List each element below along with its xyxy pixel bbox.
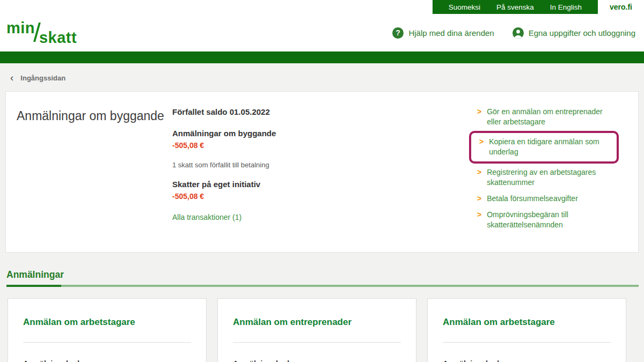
logo-text-min: min xyxy=(6,19,35,37)
chevron-right-icon: > xyxy=(477,167,481,188)
tab-underline xyxy=(6,285,639,287)
header-divider-bar xyxy=(0,51,644,63)
language-link-finnish[interactable]: Suomeksi xyxy=(449,3,480,11)
breadcrumb-back-link[interactable]: ‹ Ingångssidan xyxy=(10,73,639,83)
tab-active-indicator xyxy=(6,285,61,287)
overdue-note: 1 skatt som förfallit till betalning xyxy=(172,161,461,169)
all-transactions-link[interactable]: Alla transaktioner (1) xyxy=(172,213,241,221)
page-title: Anmälningar om byggande xyxy=(17,106,172,236)
action-link-label: Kopiera en tidigare anmälan som underlag xyxy=(489,137,613,157)
action-link-new-report[interactable]: > Gör en anmälan om entreprenader eller … xyxy=(477,107,614,127)
action-links: > Gör en anmälan om entreprenader eller … xyxy=(477,106,614,236)
report-card-title: Anmälan om arbetstagare xyxy=(443,317,611,328)
vero-fi-link[interactable]: vero.fi xyxy=(610,3,632,11)
site-header: min / skatt ? Hjälp med dina ärenden Egn… xyxy=(0,14,644,51)
chevron-right-icon: > xyxy=(477,107,481,127)
action-link-tax-number-registration[interactable]: > Registrering av en arbetstagares skatt… xyxy=(477,167,614,188)
card-divider xyxy=(443,342,611,343)
balance-item: Skatter på eget initiativ -505,08 € xyxy=(172,180,461,201)
help-link-label: Hjälp med dina ärenden xyxy=(408,28,494,38)
profile-logout-link[interactable]: Egna uppgifter och utloggning xyxy=(513,27,635,39)
balance-item-label: Anmälningar om byggande xyxy=(172,129,461,138)
chevron-right-icon: > xyxy=(477,210,481,230)
card-divider xyxy=(233,342,401,343)
summary-card: Anmälningar om byggande Förfallet saldo … xyxy=(5,91,639,253)
action-link-label: Registrering av en arbetstagares skatten… xyxy=(487,167,614,188)
balance-item-label: Skatter på eget initiativ xyxy=(172,180,461,189)
action-link-label: Betala försummelseavgifter xyxy=(487,194,578,204)
balance-item-amount: -505,08 € xyxy=(172,192,461,201)
chevron-right-icon: > xyxy=(477,194,481,204)
balance-heading: Förfallet saldo 01.05.2022 xyxy=(172,107,461,116)
balance-item: Anmälningar om byggande -505,08 € xyxy=(172,129,461,150)
language-link-english[interactable]: In English xyxy=(550,3,582,11)
report-code-label: Anmälningskod xyxy=(23,359,191,362)
tab-anmalningar[interactable]: Anmälningar xyxy=(6,269,64,280)
report-code-label: Anmälningskod xyxy=(233,359,401,362)
user-icon xyxy=(513,27,524,39)
card-divider xyxy=(23,342,191,343)
brand-box: vero.fi xyxy=(598,0,644,14)
language-link-swedish[interactable]: På svenska xyxy=(496,3,534,11)
action-link-claim-adjustment[interactable]: > Omprövningsbegäran till skatterättelse… xyxy=(477,210,614,230)
report-card-employees-2: Anmälan om arbetstagare Anmälningskod xyxy=(427,298,626,362)
help-link[interactable]: ? Hjälp med dina ärenden xyxy=(392,27,494,39)
chevron-left-icon: ‹ xyxy=(10,72,13,83)
language-strip: Suomeksi På svenska In English xyxy=(433,0,598,14)
language-bar: Suomeksi På svenska In English vero.fi xyxy=(0,0,644,14)
section-tabs: Anmälningar xyxy=(6,269,639,287)
action-link-copy-previous-report[interactable]: > Kopiera en tidigare anmälan som underl… xyxy=(469,131,619,164)
action-link-pay-negligence-fees[interactable]: > Betala försummelseavgifter xyxy=(477,194,614,204)
balance-column: Förfallet saldo 01.05.2022 Anmälningar o… xyxy=(172,106,477,236)
report-cards: Anmälan om arbetstagare Anmälningskod An… xyxy=(8,298,639,362)
chevron-right-icon: > xyxy=(479,137,484,157)
action-link-label: Omprövningsbegäran till skatterättelsenä… xyxy=(487,210,614,230)
report-code-label: Anmälningskod xyxy=(443,359,611,362)
report-card-title: Anmälan om entreprenader xyxy=(233,317,401,328)
balance-item-amount: -505,08 € xyxy=(172,141,461,150)
main-content: ‹ Ingångssidan Anmälningar om byggande F… xyxy=(0,63,644,362)
question-mark-icon: ? xyxy=(392,27,404,39)
svg-text:?: ? xyxy=(396,28,401,37)
report-card-employees-1: Anmälan om arbetstagare Anmälningskod xyxy=(8,298,207,362)
minskatt-logo[interactable]: min / skatt xyxy=(6,19,77,46)
action-link-label: Gör en anmälan om entreprenader eller ar… xyxy=(487,107,614,127)
breadcrumb-label: Ingångssidan xyxy=(20,74,65,82)
report-card-title: Anmälan om arbetstagare xyxy=(23,317,191,328)
report-card-contracts: Anmälan om entreprenader Anmälningskod xyxy=(217,298,416,362)
logo-text-skatt: skatt xyxy=(39,29,77,47)
header-links: ? Hjälp med dina ärenden Egna uppgifter … xyxy=(392,27,635,39)
profile-logout-label: Egna uppgifter och utloggning xyxy=(529,28,635,38)
